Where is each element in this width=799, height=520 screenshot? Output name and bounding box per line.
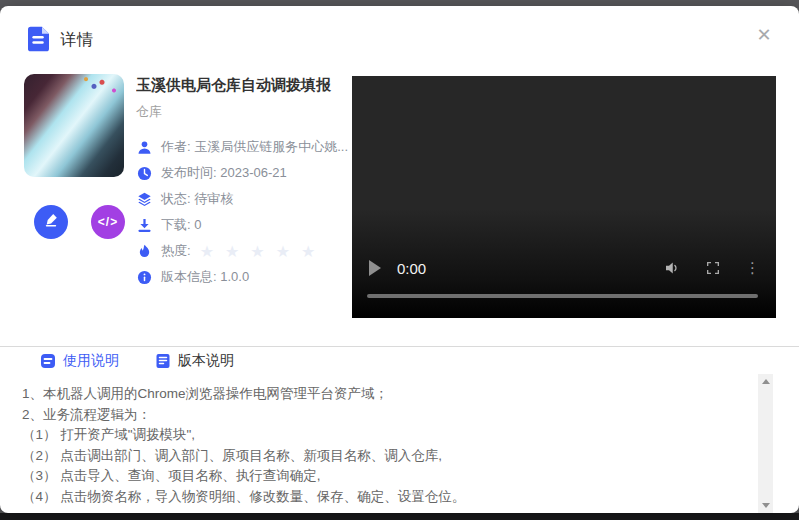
version-doc-icon — [155, 353, 171, 369]
item-category: 仓库 — [136, 103, 352, 121]
edit-pen-icon — [43, 212, 59, 232]
description-line: （2） 点击调出部门、调入部门、原项目名称、新项目名称、调入仓库, — [22, 446, 753, 467]
video-progress-bar[interactable] — [367, 294, 758, 298]
code-icon: </> — [98, 215, 118, 229]
meta-downloads: 下载: 0 — [136, 212, 352, 238]
meta-status: 状态: 待审核 — [136, 186, 352, 212]
item-thumbnail-image — [24, 74, 124, 177]
meta-status-label: 状态: 待审核 — [161, 190, 233, 208]
meta-heat: 热度: ★★★★★ — [136, 238, 352, 264]
meta-author: 作者: 玉溪局供应链服务中心姚... — [136, 134, 352, 160]
user-icon — [136, 139, 152, 155]
fullscreen-icon[interactable] — [705, 260, 721, 276]
video-current-time: 0:00 — [397, 260, 426, 277]
description-line: （1） 打开资产域"调拨模块", — [22, 425, 753, 446]
more-options-icon[interactable]: ⋮ — [745, 263, 760, 273]
meta-author-label: 作者: 玉溪局供应链服务中心姚... — [161, 138, 348, 156]
tab-usage-label: 使用说明 — [63, 352, 119, 370]
document-icon — [28, 26, 49, 52]
description-scrollbar[interactable] — [758, 374, 773, 513]
video-controls: 0:00 ⋮ — [369, 256, 760, 280]
section-divider — [0, 346, 799, 347]
description-line: （4） 点击物资名称，导入物资明细、修改数量、保存、确定、设置仓位。 — [22, 487, 753, 508]
scroll-up-icon[interactable] — [762, 379, 770, 384]
star-icon: ★ — [225, 243, 250, 260]
clock-icon — [136, 165, 152, 181]
video-player[interactable]: 0:00 ⋮ — [352, 76, 776, 318]
meta-publish-time: 发布时间: 2023-06-21 — [136, 160, 352, 186]
tab-usage-instructions[interactable]: 使用说明 — [40, 352, 119, 370]
modal-title: 详情 — [60, 30, 94, 51]
meta-heat-label: 热度: — [161, 242, 191, 260]
fire-icon — [136, 243, 152, 259]
code-button[interactable]: </> — [91, 205, 125, 239]
meta-version-label: 版本信息: 1.0.0 — [161, 268, 249, 286]
scroll-down-icon[interactable] — [762, 503, 770, 508]
description-line: （3） 点击导入、查询、项目名称、执行查询确定, — [22, 466, 753, 487]
description-line: 1、本机器人调用的Chrome浏览器操作电网管理平台资产域； — [22, 384, 753, 405]
volume-icon[interactable] — [663, 259, 681, 277]
background-page-strip — [0, 513, 799, 520]
usage-doc-icon — [40, 353, 56, 369]
edit-button[interactable] — [34, 205, 68, 239]
rating-stars: ★★★★★ — [200, 242, 327, 261]
item-info: 玉溪供电局仓库自动调拨填报 仓库 作者: 玉溪局供应链服务中心姚... — [136, 76, 352, 290]
star-icon: ★ — [276, 243, 301, 260]
star-icon: ★ — [301, 243, 326, 260]
play-icon[interactable] — [369, 260, 381, 276]
close-icon[interactable]: ✕ — [751, 22, 777, 48]
info-icon — [136, 269, 152, 285]
tab-version-notes[interactable]: 版本说明 — [155, 352, 234, 370]
usage-description: 1、本机器人调用的Chrome浏览器操作电网管理平台资产域； 2、业务流程逻辑为… — [22, 384, 753, 507]
layers-icon — [136, 191, 152, 207]
meta-publish-label: 发布时间: 2023-06-21 — [161, 164, 287, 182]
tab-version-label: 版本说明 — [178, 352, 234, 370]
details-modal: 详情 ✕ </> 玉溪供电局仓库自动调拨填报 仓库 — [0, 6, 799, 513]
tabs: 使用说明 版本说明 — [40, 352, 234, 370]
item-title: 玉溪供电局仓库自动调拨填报 — [136, 76, 352, 95]
star-icon: ★ — [250, 243, 275, 260]
item-meta-list: 作者: 玉溪局供应链服务中心姚... 发布时间: 2023-06-21 — [136, 134, 352, 290]
star-icon: ★ — [200, 243, 225, 260]
download-icon — [136, 217, 152, 233]
description-line: 2、业务流程逻辑为： — [22, 405, 753, 426]
meta-version: 版本信息: 1.0.0 — [136, 264, 352, 290]
meta-downloads-label: 下载: 0 — [161, 216, 201, 234]
